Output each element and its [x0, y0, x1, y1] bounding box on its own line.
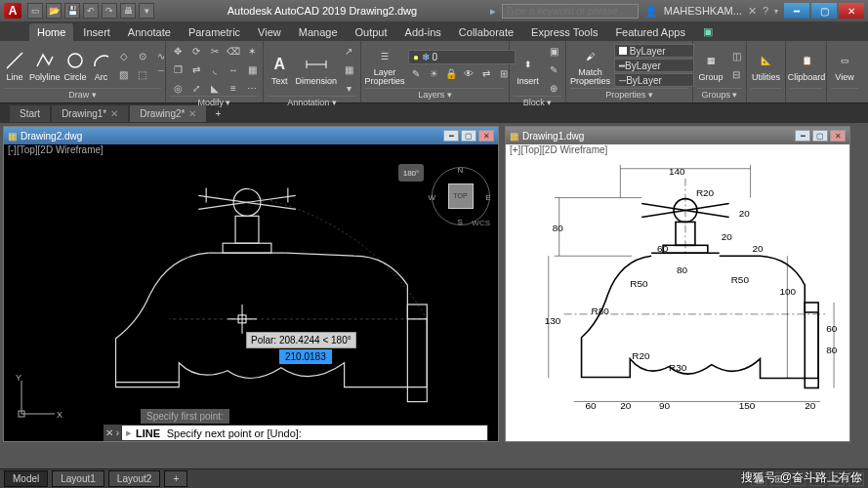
circle-button[interactable]: Circle — [64, 50, 87, 82]
polyline-button[interactable]: Polyline — [29, 50, 61, 82]
tab-extra-icon[interactable]: ▣ — [695, 22, 721, 41]
exchange-icon[interactable]: ✕ — [748, 5, 757, 18]
rotate-icon[interactable]: ⟳ — [188, 43, 204, 59]
mdi-left-max-button[interactable]: ▢ — [461, 130, 476, 142]
wcs-label[interactable]: WCS — [472, 219, 490, 227]
annot-more-icon[interactable]: ▾ — [341, 80, 356, 96]
group-misc-2-icon[interactable]: ⊟ — [728, 67, 744, 83]
clipboard-button[interactable]: 📋Clipboard — [790, 50, 823, 82]
copy-icon[interactable]: ❐ — [170, 61, 186, 77]
layer-tool-1-icon[interactable]: ✎ — [408, 66, 424, 82]
autocad-logo[interactable]: A — [4, 3, 21, 19]
matchprops-button[interactable]: 🖌Match Properties — [570, 46, 610, 86]
tab-featuredapps[interactable]: Featured Apps — [607, 23, 693, 41]
draw-misc-4-icon[interactable]: ▨ — [116, 67, 132, 83]
layer-selector[interactable]: ● ❄ 0 — [408, 50, 516, 64]
modify-more-icon[interactable]: ⋯ — [244, 80, 260, 96]
line-button[interactable]: Line — [4, 50, 25, 82]
qat-print-icon[interactable]: 🖶 — [120, 3, 136, 19]
drawing2-canvas[interactable]: 180° N E S W TOP WCS Polar: 208.4244 < 1… — [4, 158, 498, 441]
block-attr-icon[interactable]: ⊕ — [546, 80, 561, 96]
block-edit-icon[interactable]: ✎ — [546, 61, 561, 77]
layout2-tab[interactable]: Layout2 — [108, 470, 161, 487]
minimize-button[interactable]: ━ — [784, 3, 809, 19]
help-dropdown-icon[interactable]: ▾ — [774, 7, 778, 16]
doctab-drawing2[interactable]: Drawing2*✕ — [130, 105, 206, 122]
qat-new-icon[interactable]: ▭ — [27, 3, 43, 19]
tab-parametric[interactable]: Parametric — [181, 23, 248, 41]
panel-block-label[interactable]: Block ▾ — [514, 96, 561, 107]
layout-add-tab[interactable]: + — [164, 470, 187, 487]
qat-open-icon[interactable]: 📂 — [46, 3, 62, 19]
mdi-left-titlebar[interactable]: ▦ Drawing2.dwg ━ ▢ ✕ — [4, 127, 498, 144]
command-line-input[interactable]: ▸ LINE Specify next point or [Undo]: — [121, 425, 488, 441]
qat-undo-icon[interactable]: ↶ — [83, 3, 99, 19]
doctab-drawing2-close-icon[interactable]: ✕ — [188, 108, 196, 119]
erase-icon[interactable]: ⌫ — [226, 43, 241, 59]
tab-view[interactable]: View — [250, 23, 289, 41]
fillet-icon[interactable]: ◟ — [207, 61, 223, 77]
array-icon[interactable]: ▦ — [244, 61, 260, 77]
doctab-start[interactable]: Start — [10, 105, 50, 122]
block-create-icon[interactable]: ▣ — [546, 43, 561, 59]
text-button[interactable]: AText — [268, 54, 291, 86]
lineweight-selector[interactable]: ━ ByLayer — [614, 59, 694, 72]
move-icon[interactable]: ✥ — [170, 43, 186, 59]
panel-properties-label[interactable]: Properties ▾ — [570, 88, 688, 101]
linetype-selector[interactable]: ─ ByLayer — [614, 73, 694, 87]
group-misc-1-icon[interactable]: ◫ — [728, 49, 744, 64]
table-icon[interactable]: ▦ — [341, 61, 356, 77]
align-icon[interactable]: ≡ — [226, 80, 241, 96]
mdi-left-viewinfo[interactable]: [-][Top][2D Wireframe] — [4, 144, 498, 158]
tab-collaborate[interactable]: Collaborate — [451, 23, 521, 41]
insert-button[interactable]: ⬍Insert — [514, 54, 542, 86]
mirror-icon[interactable]: ⇄ — [188, 61, 204, 77]
panel-annotation-label[interactable]: Annotation ▾ — [268, 96, 356, 107]
close-button[interactable]: ✕ — [839, 3, 864, 19]
layer-tool-3-icon[interactable]: 🔒 — [443, 66, 459, 82]
panel-layers-label[interactable]: Layers ▾ — [365, 88, 505, 101]
draw-misc-1-icon[interactable]: ◇ — [116, 49, 132, 64]
doctab-drawing1[interactable]: Drawing1*✕ — [52, 105, 128, 122]
leader-icon[interactable]: ↗ — [341, 43, 356, 59]
offset-icon[interactable]: ◎ — [170, 80, 186, 96]
mdi-left-min-button[interactable]: ━ — [443, 130, 459, 142]
doctab-new-icon[interactable]: + — [208, 105, 227, 122]
layer-tool-5-icon[interactable]: ⇄ — [478, 66, 494, 82]
panel-groups-label[interactable]: Groups ▾ — [697, 88, 742, 101]
scale-icon[interactable]: ⤢ — [188, 80, 204, 96]
mdi-right-min-button[interactable]: ━ — [795, 130, 810, 142]
layout1-tab[interactable]: Layout1 — [52, 470, 104, 487]
panel-draw-label[interactable]: Draw ▾ — [4, 88, 161, 101]
tab-home[interactable]: Home — [29, 23, 73, 41]
stretch-icon[interactable]: ↔ — [226, 61, 241, 77]
help-icon[interactable]: ? — [763, 5, 768, 17]
chamfer-icon[interactable]: ◣ — [207, 80, 223, 96]
tab-output[interactable]: Output — [348, 23, 395, 41]
layer-tool-4-icon[interactable]: 👁 — [461, 66, 476, 82]
tab-expresstools[interactable]: Express Tools — [523, 23, 605, 41]
layer-tool-2-icon[interactable]: ☀ — [426, 66, 441, 82]
trim-icon[interactable]: ✂ — [207, 43, 223, 59]
maximize-button[interactable]: ▢ — [811, 3, 837, 19]
color-selector[interactable]: ByLayer — [614, 44, 694, 58]
tab-annotate[interactable]: Annotate — [120, 23, 179, 41]
group-button[interactable]: ▦Group — [697, 50, 724, 82]
drawing1-canvas[interactable]: 140 R20 20 20 80 60 80 20 R50 R50 100 13… — [506, 158, 849, 441]
mdi-right-titlebar[interactable]: ▦ Drawing1.dwg ━ ▢ ✕ — [506, 127, 849, 144]
tab-insert[interactable]: Insert — [75, 23, 118, 41]
layerprops-button[interactable]: ☰Layer Properties — [365, 46, 404, 86]
arc-button[interactable]: Arc — [91, 50, 112, 82]
utilities-button[interactable]: 📐Utilities — [751, 50, 781, 82]
mdi-right-viewinfo[interactable]: [+][Top][2D Wireframe] — [506, 144, 849, 158]
signin-icon[interactable]: 👤 — [644, 5, 658, 18]
mdi-right-max-button[interactable]: ▢ — [812, 130, 828, 142]
qat-save-icon[interactable]: 💾 — [64, 3, 80, 19]
model-tab[interactable]: Model — [4, 470, 48, 487]
keyword-search-input[interactable] — [502, 4, 639, 19]
dimension-button[interactable]: Dimension — [295, 54, 337, 86]
qat-redo-icon[interactable]: ↷ — [102, 3, 117, 19]
mdi-right-close-button[interactable]: ✕ — [830, 130, 846, 142]
panel-modify-label[interactable]: Modify ▾ — [170, 96, 259, 107]
draw-misc-5-icon[interactable]: ⬚ — [135, 67, 150, 83]
